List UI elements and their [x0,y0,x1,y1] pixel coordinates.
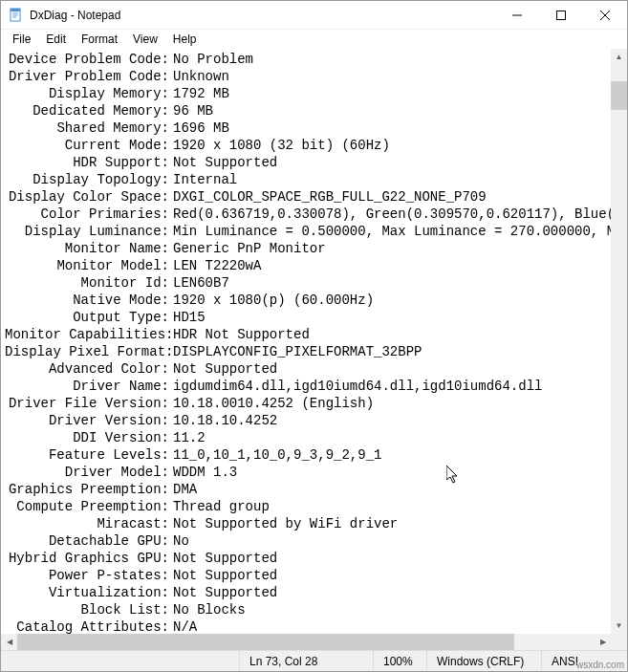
text-row: Driver File Version:10.18.0010.4252 (Eng… [5,395,627,412]
row-value: Not Supported [173,550,627,567]
status-zoom: 100% [373,651,426,671]
text-content[interactable]: Device Problem Code:No ProblemDriver Pro… [1,49,627,634]
menu-file[interactable]: File [5,31,38,48]
menu-view[interactable]: View [125,31,165,48]
row-value: DMA [173,481,627,498]
row-value: Not Supported by WiFi driver [173,515,627,532]
text-row: Feature Levels:11_0,10_1,10_0,9_3,9_2,9_… [5,446,627,464]
row-label: Compute Preemption: [5,498,173,515]
row-value: Thread group [173,498,627,515]
text-row: Current Mode:1920 x 1080 (32 bit) (60Hz) [5,137,627,154]
scroll-down-icon[interactable]: ▼ [611,618,627,634]
row-value: 96 MB [173,102,627,119]
row-label: Detachable GPU: [5,532,173,550]
row-label: Driver Problem Code: [5,68,173,85]
row-value: 1920 x 1080(p) (60.000Hz) [173,292,627,309]
row-value: HD15 [173,309,627,326]
text-row: Monitor Name:Generic PnP Monitor [5,240,627,257]
row-label: Feature Levels: [5,446,173,464]
scroll-left-icon[interactable]: ◀ [1,634,17,650]
text-row: Advanced Color:Not Supported [5,360,627,378]
svg-rect-1 [11,9,20,11]
menu-edit[interactable]: Edit [38,31,74,48]
text-row: Graphics Preemption:DMA [5,481,627,498]
row-label: Display Color Space: [5,188,173,206]
row-label: Block List: [5,601,173,618]
row-value: igdumdim64.dll,igd10iumd64.dll,igd10iumd… [173,378,627,395]
row-label: Hybrid Graphics GPU: [5,550,173,567]
text-row: HDR Support:Not Supported [5,154,627,171]
row-value: Generic PnP Monitor [173,240,627,257]
horizontal-scroll-thumb[interactable] [17,634,514,650]
vertical-scroll-thumb[interactable] [611,81,627,110]
row-label: Color Primaries: [5,206,173,223]
row-label: Current Mode: [5,137,173,154]
titlebar[interactable]: DxDiag - Notepad [1,1,627,30]
row-label: Device Problem Code: [5,51,173,68]
row-label: Driver File Version: [5,395,173,412]
text-row: Driver Model:WDDM 1.3 [5,464,627,481]
row-label: Display Pixel Format: [5,343,173,360]
row-label: Miracast: [5,515,173,532]
status-position: Ln 73, Col 28 [239,651,373,671]
text-row: DDI Version:11.2 [5,429,627,446]
row-label: Output Type: [5,309,173,326]
row-label: Display Topology: [5,171,173,188]
horizontal-scrollbar[interactable]: ◀ ▶ [1,634,627,650]
notepad-window: DxDiag - Notepad File Edit Format View H… [0,0,628,672]
row-label: Display Memory: [5,85,173,102]
status-spacer [1,651,239,671]
row-label: Driver Model: [5,464,173,481]
scroll-right-icon[interactable]: ▶ [595,634,611,650]
row-label: Power P-states: [5,567,173,584]
row-value: Not Supported [173,154,627,171]
svg-rect-6 [557,11,566,19]
row-value: DXGI_COLOR_SPACE_RGB_FULL_G22_NONE_P709 [173,188,627,206]
row-label: Monitor Id: [5,274,173,292]
text-row: Display Color Space:DXGI_COLOR_SPACE_RGB… [5,188,627,206]
menu-format[interactable]: Format [74,31,125,48]
horizontal-scroll-track[interactable] [17,634,595,650]
row-label: Monitor Name: [5,240,173,257]
window-title: DxDiag - Notepad [30,9,495,22]
scroll-up-icon[interactable]: ▲ [611,49,627,65]
row-label: DDI Version: [5,429,173,446]
row-value: Internal [173,171,627,188]
text-row: Hybrid Graphics GPU:Not Supported [5,550,627,567]
row-label: Monitor Model: [5,257,173,274]
row-value: 11_0,10_1,10_0,9_3,9_2,9_1 [173,446,627,464]
row-value: Red(0.636719,0.330078), Green(0.309570,0… [173,206,627,223]
row-value: 1792 MB [173,85,627,102]
row-label: Display Luminance: [5,223,173,240]
row-label: Monitor Capabilities: [5,326,173,343]
text-row: Display Pixel Format:DISPLAYCONFIG_PIXEL… [5,343,627,360]
text-row: Monitor Id:LEN60B7 [5,274,627,292]
text-row: Driver Problem Code:Unknown [5,68,627,85]
vertical-scrollbar[interactable]: ▲ ▼ [611,49,627,634]
content-area: Device Problem Code:No ProblemDriver Pro… [1,49,627,650]
maximize-button[interactable] [539,1,583,29]
row-label: HDR Support: [5,154,173,171]
row-value: Not Supported [173,567,627,584]
text-row: Driver Version:10.18.10.4252 [5,412,627,429]
row-label: Graphics Preemption: [5,481,173,498]
text-row: Virtualization:Not Supported [5,584,627,601]
text-row: Monitor Capabilities:HDR Not Supported [5,326,627,343]
row-value: 11.2 [173,429,627,446]
close-button[interactable] [583,1,627,29]
row-value: N/A [173,618,627,634]
row-value: LEN60B7 [173,274,627,292]
text-row: Compute Preemption:Thread group [5,498,627,515]
text-row: Miracast:Not Supported by WiFi driver [5,515,627,532]
statusbar: Ln 73, Col 28 100% Windows (CRLF) ANSI [1,650,627,671]
row-value: DISPLAYCONFIG_PIXELFORMAT_32BPP [173,343,627,360]
row-label: Virtualization: [5,584,173,601]
menu-help[interactable]: Help [165,31,205,48]
minimize-button[interactable] [495,1,539,29]
row-label: Driver Version: [5,412,173,429]
row-label: Shared Memory: [5,119,173,137]
row-label: Advanced Color: [5,360,173,378]
app-icon [9,8,24,23]
text-row: Monitor Model:LEN T2220wA [5,257,627,274]
window-controls [495,1,627,29]
